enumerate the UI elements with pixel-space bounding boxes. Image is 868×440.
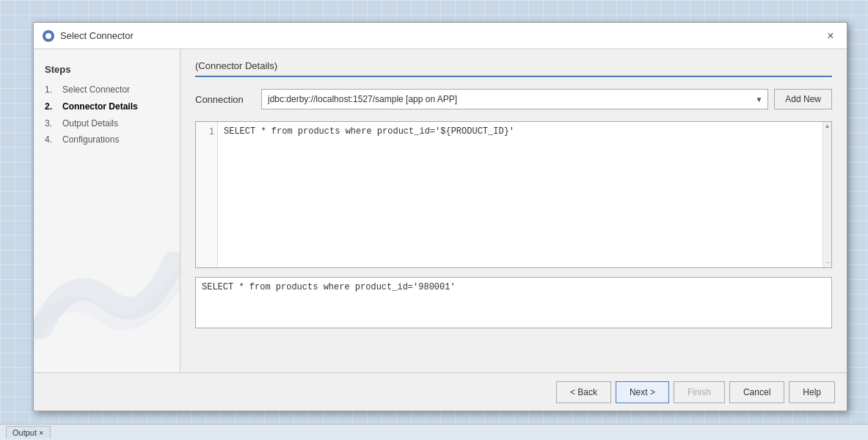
step-3: 3. Output Details bbox=[45, 118, 169, 130]
output-tab[interactable]: Output × bbox=[6, 426, 51, 439]
line-number-1: 1 bbox=[199, 126, 214, 137]
sidebar-watermark bbox=[34, 240, 180, 358]
step-3-number: 3. bbox=[45, 118, 58, 130]
step-4-number: 4. bbox=[45, 134, 58, 146]
scroll-up-icon[interactable]: ▲ bbox=[825, 122, 831, 131]
dialog-body: Steps 1. Select Connector 2. Connector D… bbox=[34, 49, 847, 372]
query-editor-inner: 1 ▲ → bbox=[196, 122, 831, 267]
close-button[interactable]: × bbox=[823, 29, 838, 43]
preview-text: SELECT * from products where product_id=… bbox=[202, 282, 456, 292]
connection-row: Connection jdbc:derby://localhost:1527/s… bbox=[195, 89, 832, 109]
editor-scrollbar[interactable]: ▲ → bbox=[823, 122, 831, 267]
connection-dropdown[interactable]: jdbc:derby://localhost:1527/sample [app … bbox=[261, 89, 768, 109]
connection-label: Connection bbox=[195, 94, 261, 105]
dialog-icon bbox=[43, 30, 54, 42]
steps-heading: Steps bbox=[45, 64, 169, 75]
step-1-number: 1. bbox=[45, 84, 58, 96]
main-content: (Connector Details) Connection jdbc:derb… bbox=[180, 49, 847, 372]
sidebar: Steps 1. Select Connector 2. Connector D… bbox=[34, 49, 180, 372]
back-button[interactable]: < Back bbox=[556, 381, 611, 403]
query-textarea[interactable] bbox=[218, 122, 823, 267]
step-4: 4. Configurations bbox=[45, 134, 169, 146]
step-2: 2. Connector Details bbox=[45, 101, 169, 113]
cancel-button[interactable]: Cancel bbox=[729, 381, 784, 403]
bottom-bar: Output × bbox=[0, 424, 868, 440]
next-button[interactable]: Next > bbox=[616, 381, 669, 403]
step-3-label: Output Details bbox=[62, 118, 118, 130]
finish-button[interactable]: Finish bbox=[674, 381, 725, 403]
section-title: (Connector Details) bbox=[195, 60, 832, 77]
dialog-window: Select Connector × Steps 1. Select Conne… bbox=[33, 22, 847, 411]
step-2-label: Connector Details bbox=[62, 101, 138, 113]
add-new-button[interactable]: Add New bbox=[774, 89, 832, 109]
dialog-footer: < Back Next > Finish Cancel Help bbox=[34, 372, 847, 411]
query-editor: 1 ▲ → bbox=[195, 121, 832, 268]
preview-box: SELECT * from products where product_id=… bbox=[195, 277, 832, 328]
connection-dropdown-wrapper: jdbc:derby://localhost:1527/sample [app … bbox=[261, 89, 768, 109]
scroll-right-icon[interactable]: → bbox=[825, 259, 831, 267]
line-numbers: 1 bbox=[196, 122, 218, 267]
title-bar: Select Connector × bbox=[34, 23, 847, 49]
step-1-label: Select Connector bbox=[62, 84, 130, 96]
step-2-number: 2. bbox=[45, 101, 58, 113]
dialog-title: Select Connector bbox=[60, 30, 823, 41]
help-button[interactable]: Help bbox=[789, 381, 835, 403]
step-4-label: Configurations bbox=[62, 134, 119, 146]
step-1: 1. Select Connector bbox=[45, 84, 169, 96]
